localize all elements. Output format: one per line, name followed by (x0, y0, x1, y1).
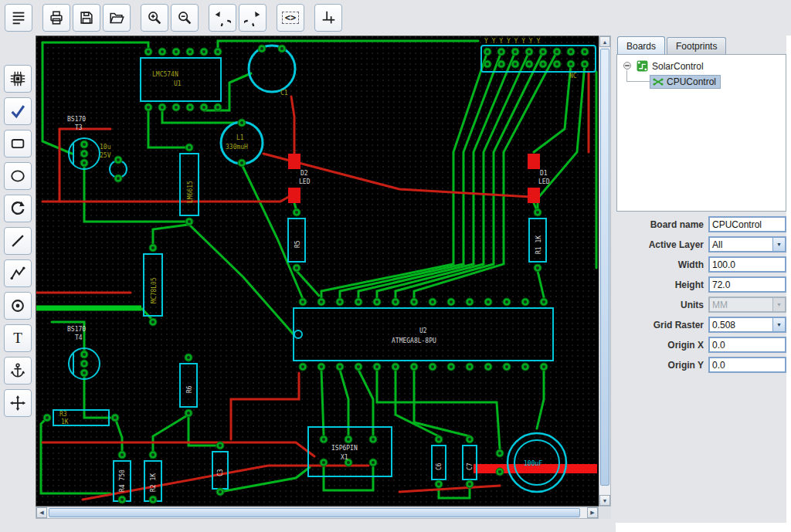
silkscreen-label: U2 (419, 327, 427, 334)
pad-tool-button[interactable] (4, 292, 32, 320)
silkscreen-label: C7 (467, 463, 474, 470)
origin-x-input[interactable] (708, 337, 786, 353)
origin-y-input[interactable] (708, 357, 786, 373)
silkscreen-label: LM6615 (187, 181, 194, 203)
tab-boards[interactable]: Boards (617, 36, 665, 54)
silkscreen-label: R1 1K (535, 236, 542, 254)
text-tool-button[interactable]: T (4, 324, 32, 352)
undo-button[interactable] (209, 4, 236, 32)
units-value: MM (710, 300, 772, 310)
board-name-input[interactable] (708, 216, 786, 232)
board-icon (637, 60, 648, 72)
window-margin-bottom (616, 523, 791, 532)
ellipse-tool-button[interactable] (4, 162, 32, 190)
anchor-tool-button[interactable] (4, 357, 32, 385)
print-button[interactable] (42, 4, 70, 32)
grid-raster-label: Grid Raster (617, 320, 704, 330)
pad-icon (9, 297, 26, 314)
silkscreen-label: R3 (59, 411, 67, 418)
pcb-canvas[interactable]: Y Y Y Y Y Y Y YNCLMC574NU1C1L1330muHBS17… (36, 36, 600, 507)
scrollbar-corner (599, 507, 611, 519)
silkscreen-label: 10u (100, 144, 111, 151)
origin-icon (320, 9, 337, 26)
footprint-icon (653, 76, 664, 87)
horizontal-scroll-thumb[interactable] (49, 508, 580, 517)
arc-tool-button[interactable] (4, 195, 32, 222)
scroll-left-button[interactable]: ◀ (36, 507, 47, 518)
silkscreen-label: T3 (75, 124, 83, 131)
select-tool-button[interactable] (4, 97, 32, 125)
silkscreen-label: R6 (186, 385, 193, 393)
tree-item-solarcontrol[interactable]: SolarControl (652, 61, 704, 72)
right-panel: Boards Footprints SolarControl CPUContro… (616, 36, 786, 523)
property-row-height: Height (617, 276, 786, 296)
chevron-down-icon: ▼ (772, 238, 785, 251)
zoom-out-button[interactable] (171, 4, 199, 32)
anchor-icon (9, 362, 26, 379)
line-icon (9, 232, 26, 249)
scroll-right-button[interactable]: ▶ (587, 507, 598, 518)
silkscreen-label: 25V (100, 152, 111, 159)
height-input[interactable] (708, 276, 786, 293)
active-layer-select[interactable]: All ▼ (708, 236, 786, 252)
window-margin-right (786, 36, 791, 532)
silkscreen-label: 1K (61, 418, 69, 425)
zoom-in-button[interactable] (141, 4, 168, 32)
save-icon (78, 9, 95, 26)
redo-button[interactable] (239, 4, 266, 32)
chip-icon (9, 70, 26, 87)
silkscreen-label: D1 (540, 170, 548, 177)
arc-icon (9, 200, 26, 217)
silkscreen-label: C3 (217, 469, 224, 476)
chevron-down-icon: ▼ (772, 298, 785, 311)
horizontal-scrollbar[interactable]: ◀ ▶ (36, 507, 599, 519)
save-button[interactable] (73, 4, 100, 32)
origin-button[interactable] (314, 4, 342, 32)
zoom-in-icon (146, 9, 163, 26)
silkscreen-label: MC78L05 (151, 277, 158, 303)
left-toolbar: T (4, 65, 32, 417)
redo-icon (244, 9, 261, 26)
pcb-artwork: Y Y Y Y Y Y Y YNCLMC574NU1C1L1330muHBS17… (36, 36, 599, 506)
silkscreen-label: L1 (236, 134, 244, 141)
ellipse-icon (9, 168, 26, 185)
height-label: Height (617, 280, 704, 290)
chevron-down-icon: ▼ (772, 318, 785, 331)
silkscreen-label: D2 (300, 170, 308, 177)
origin-x-label: Origin X (617, 340, 704, 351)
active-layer-value: All (710, 239, 772, 250)
polyline-tool-button[interactable] (4, 259, 32, 287)
code-view-button[interactable]: <> (277, 4, 304, 32)
tree-item-cpucontrol-label: CPUControl (667, 76, 716, 87)
print-icon (48, 9, 65, 26)
property-row-board-name: Board name (617, 216, 786, 236)
silkscreen-label: 330muH (226, 144, 248, 151)
open-button[interactable] (103, 4, 131, 32)
silkscreen-label: R2 1K (150, 473, 157, 492)
move-tool-button[interactable] (4, 389, 32, 417)
silkscreen-label: C1 (280, 90, 288, 97)
tree-expander-icon[interactable] (623, 61, 632, 70)
line-tool-button[interactable] (4, 227, 32, 255)
rectangle-tool-button[interactable] (4, 130, 32, 158)
silkscreen-label: R5 (294, 240, 301, 248)
tree-item-cpucontrol[interactable]: CPUControl (650, 75, 721, 89)
menu-button[interactable] (5, 4, 32, 32)
vertical-scroll-thumb[interactable] (600, 49, 609, 486)
tab-footprints[interactable]: Footprints (667, 37, 726, 54)
move-icon (9, 395, 26, 412)
width-input[interactable] (708, 256, 786, 273)
menu-icon (10, 9, 27, 26)
grid-raster-select[interactable]: 0.508 ▼ (708, 317, 786, 333)
chip-tool-button[interactable] (4, 65, 32, 93)
units-select: MM ▼ (708, 296, 786, 313)
top-toolbar: <> (5, 4, 342, 32)
silkscreen-label: BS170 (67, 116, 86, 123)
scroll-up-button[interactable]: ▲ (599, 36, 610, 47)
vertical-scrollbar[interactable]: ▲ ▼ (599, 36, 611, 507)
undo-icon (214, 9, 231, 26)
silkscreen-label: LMC574N (152, 71, 178, 78)
open-folder-icon (108, 9, 125, 26)
property-row-origin-y: Origin Y (617, 357, 786, 377)
scroll-down-button[interactable]: ▼ (599, 495, 610, 506)
